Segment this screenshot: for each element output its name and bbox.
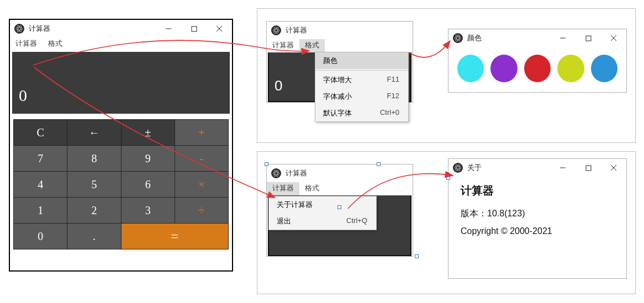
menu-format[interactable]: 格式 bbox=[299, 39, 325, 52]
key-clear[interactable]: C bbox=[14, 120, 67, 145]
svg-rect-5 bbox=[192, 26, 197, 31]
window-title: 计算器 bbox=[286, 168, 413, 178]
about-heading: 计算器 bbox=[461, 183, 614, 198]
key-4[interactable]: 4 bbox=[14, 172, 67, 197]
about-version: 版本：10.8(123) bbox=[461, 208, 614, 220]
key-8[interactable]: 8 bbox=[67, 146, 120, 171]
about-window: 关于 计算器 版本：10.8(123) Copyright © 2000-202… bbox=[448, 158, 627, 279]
window-title: 关于 bbox=[467, 163, 550, 173]
about-content: 计算器 版本：10.8(123) Copyright © 2000-2021 bbox=[448, 177, 626, 249]
minimize-button[interactable] bbox=[550, 29, 576, 47]
about-copyright: Copyright © 2000-2021 bbox=[461, 226, 614, 236]
menu-calculator[interactable]: 计算器 bbox=[267, 182, 299, 195]
key-0[interactable]: 0 bbox=[14, 224, 67, 249]
key-2[interactable]: 2 bbox=[67, 198, 120, 223]
key-equals[interactable]: = bbox=[122, 224, 229, 249]
app-icon bbox=[453, 163, 463, 173]
menuitem-color[interactable]: 颜色 bbox=[315, 52, 408, 69]
menuitem-font-bigger[interactable]: 字体增大 F11 bbox=[315, 72, 408, 88]
key-3[interactable]: 3 bbox=[122, 198, 175, 223]
selection-handle-icon bbox=[377, 162, 381, 166]
keypad: C ← ± + 7 8 9 - 4 5 6 × 1 2 3 ÷ 0 . = bbox=[13, 119, 229, 249]
key-dot[interactable]: . bbox=[67, 224, 120, 249]
key-6[interactable]: 6 bbox=[122, 172, 175, 197]
selection-handle-icon bbox=[446, 176, 450, 180]
key-7[interactable]: 7 bbox=[14, 146, 67, 171]
menuitem-quit[interactable]: 退出 Ctrl+Q bbox=[269, 213, 376, 230]
key-times[interactable]: × bbox=[175, 172, 228, 197]
minimize-button[interactable] bbox=[550, 159, 576, 177]
panel-format-color: 计算器 计算器 格式 0 颜色 字体增大 F11 字体减小 F12 默认字体 C… bbox=[257, 8, 636, 143]
window-title: 颜色 bbox=[467, 33, 550, 43]
titlebar: 关于 bbox=[448, 159, 626, 177]
menu-calculator[interactable]: 计算器 bbox=[267, 39, 299, 52]
close-button[interactable] bbox=[207, 20, 232, 38]
menuitem-font-default[interactable]: 默认字体 Ctrl+0 bbox=[315, 105, 408, 121]
color-swatches bbox=[448, 47, 626, 92]
key-plusminus[interactable]: ± bbox=[122, 120, 175, 145]
format-dropdown: 颜色 字体增大 F11 字体减小 F12 默认字体 Ctrl+0 bbox=[315, 52, 409, 122]
color-swatch-3[interactable] bbox=[524, 55, 551, 82]
panel-calc-about: 计算器 计算器 格式 关于计算器 退出 Ctrl+Q 关于 bbox=[257, 151, 636, 294]
app-icon bbox=[453, 33, 463, 43]
window-title: 计算器 bbox=[286, 25, 413, 35]
menuitem-font-smaller[interactable]: 字体减小 F12 bbox=[315, 88, 408, 105]
maximize-button[interactable] bbox=[576, 159, 601, 177]
menubar: 计算器 格式 bbox=[267, 39, 413, 52]
menubar: 计算器 格式 bbox=[10, 38, 232, 51]
window-title: 计算器 bbox=[29, 24, 156, 34]
key-1[interactable]: 1 bbox=[14, 198, 67, 223]
app-icon bbox=[271, 168, 281, 178]
calculator-dropdown: 关于计算器 退出 Ctrl+Q bbox=[268, 196, 377, 230]
close-button[interactable] bbox=[601, 159, 626, 177]
svg-rect-29 bbox=[586, 166, 591, 171]
titlebar: 计算器 bbox=[267, 22, 413, 39]
calculator-main-window: 计算器 计算器 格式 0 C ← ± + 7 8 9 - 4 5 6 × 1 2… bbox=[9, 19, 233, 272]
menu-format[interactable]: 格式 bbox=[299, 182, 325, 195]
key-5[interactable]: 5 bbox=[67, 172, 120, 197]
minimize-button[interactable] bbox=[156, 20, 181, 38]
menu-format[interactable]: 格式 bbox=[43, 38, 68, 51]
color-swatch-5[interactable] bbox=[591, 55, 617, 82]
key-9[interactable]: 9 bbox=[122, 146, 175, 171]
menu-calculator[interactable]: 计算器 bbox=[10, 38, 43, 51]
key-divide[interactable]: ÷ bbox=[175, 198, 228, 223]
maximize-button[interactable] bbox=[181, 20, 207, 38]
titlebar: 计算器 bbox=[267, 164, 413, 182]
key-plus[interactable]: + bbox=[175, 120, 228, 145]
key-backspace[interactable]: ← bbox=[67, 120, 120, 145]
menu-separator bbox=[315, 70, 408, 71]
selection-handle-icon bbox=[265, 162, 268, 166]
app-icon bbox=[271, 25, 281, 35]
color-swatch-1[interactable] bbox=[457, 55, 484, 82]
selection-handle-icon bbox=[337, 205, 341, 209]
close-button[interactable] bbox=[601, 29, 626, 47]
titlebar: 颜色 bbox=[448, 29, 626, 47]
menuitem-about[interactable]: 关于计算器 bbox=[269, 196, 376, 213]
selection-handle-icon bbox=[415, 254, 419, 258]
svg-rect-17 bbox=[586, 36, 591, 41]
color-swatch-2[interactable] bbox=[490, 55, 517, 82]
menubar: 计算器 格式 bbox=[267, 182, 413, 195]
maximize-button[interactable] bbox=[576, 29, 601, 47]
titlebar: 计算器 bbox=[10, 20, 232, 38]
color-window: 颜色 bbox=[448, 29, 627, 93]
color-swatch-4[interactable] bbox=[557, 55, 584, 82]
key-minus[interactable]: - bbox=[175, 146, 228, 171]
calculator-display: 0 bbox=[12, 52, 230, 114]
app-icon bbox=[14, 24, 24, 34]
